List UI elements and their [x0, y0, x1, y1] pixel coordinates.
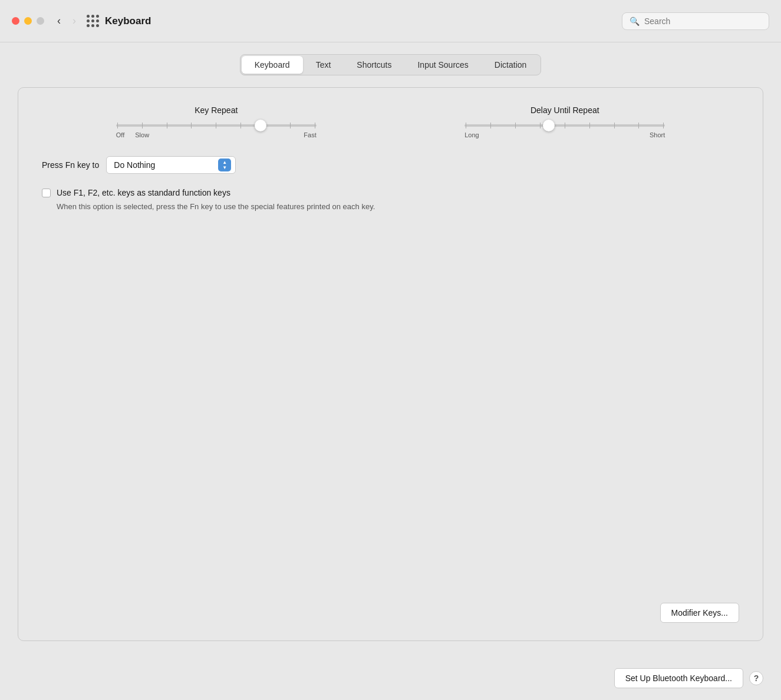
tab-dictation[interactable]: Dictation [482, 56, 539, 74]
back-button[interactable]: ‹ [54, 14, 64, 28]
close-button[interactable] [12, 17, 19, 25]
search-box[interactable]: 🔍 [622, 12, 769, 30]
key-repeat-ticks [116, 123, 317, 128]
tick [191, 123, 192, 128]
fn-key-label: Press Fn key to [42, 160, 99, 170]
tick [290, 123, 291, 128]
tab-input-sources[interactable]: Input Sources [404, 56, 481, 74]
titlebar: ‹ › Keyboard 🔍 [0, 0, 781, 42]
tab-shortcuts[interactable]: Shortcuts [344, 56, 404, 74]
forward-button[interactable]: › [69, 14, 80, 28]
help-button[interactable]: ? [749, 671, 763, 685]
function-keys-row: Use F1, F2, etc. keys as standard functi… [42, 188, 739, 197]
delay-repeat-slider-container[interactable] [464, 124, 665, 127]
window-title: Keyboard [105, 15, 151, 27]
tab-text[interactable]: Text [303, 56, 344, 74]
fn-key-select[interactable]: Do Nothing Show Emoji & Symbols Change I… [106, 156, 236, 174]
function-keys-label: Use F1, F2, etc. keys as standard functi… [57, 188, 230, 197]
window-controls [12, 17, 44, 25]
nav-buttons: ‹ › [54, 14, 80, 28]
modifier-keys-button[interactable]: Modifier Keys... [660, 603, 739, 623]
tick [614, 123, 615, 128]
search-icon: 🔍 [630, 16, 640, 26]
maximize-button[interactable] [37, 17, 44, 25]
key-repeat-label: Key Repeat [195, 105, 238, 115]
key-repeat-thumb[interactable] [255, 120, 266, 131]
tick [565, 123, 565, 128]
tab-keyboard[interactable]: Keyboard [242, 56, 303, 74]
sliders-row: Key Repeat [42, 105, 739, 138]
tick [167, 123, 167, 128]
delay-repeat-track [464, 124, 665, 127]
keyboard-panel: Key Repeat [18, 87, 763, 641]
tick [240, 123, 241, 128]
main-content: Keyboard Text Shortcuts Input Sources Di… [0, 42, 781, 659]
tab-bar: Keyboard Text Shortcuts Input Sources Di… [18, 54, 763, 75]
minimize-button[interactable] [24, 17, 32, 25]
tick [638, 123, 639, 128]
tick [589, 123, 590, 128]
delay-repeat-thumb[interactable] [543, 120, 555, 131]
tick [117, 123, 118, 128]
function-keys-description: When this option is selected, press the … [57, 201, 739, 213]
tick [216, 123, 216, 128]
fn-key-row: Press Fn key to Do Nothing Show Emoji & … [42, 156, 739, 174]
function-keys-checkbox[interactable] [42, 189, 51, 197]
grid-icon[interactable] [87, 15, 99, 27]
delay-repeat-label: Delay Until Repeat [530, 105, 599, 115]
tick [515, 123, 516, 128]
modifier-keys-row: Modifier Keys... [42, 591, 739, 623]
tick [315, 123, 315, 128]
tick [466, 123, 466, 128]
footer-row: Set Up Bluetooth Keyboard... ? [0, 659, 781, 700]
function-keys-section: Use F1, F2, etc. keys as standard functi… [42, 188, 739, 213]
key-repeat-track [116, 124, 317, 127]
key-repeat-slider-container[interactable] [116, 124, 317, 127]
tick [142, 123, 143, 128]
delay-long-label: Long [464, 131, 479, 138]
bluetooth-keyboard-button[interactable]: Set Up Bluetooth Keyboard... [614, 668, 743, 688]
delay-repeat-ticks [464, 123, 665, 128]
delay-repeat-labels: Long Short [464, 131, 665, 138]
fn-select-wrapper: Do Nothing Show Emoji & Symbols Change I… [106, 156, 236, 174]
tick [540, 123, 541, 128]
tick [490, 123, 491, 128]
key-repeat-fast-label: Fast [304, 131, 316, 138]
delay-short-label: Short [650, 131, 665, 138]
key-repeat-off-label: Off [116, 131, 124, 138]
tick [663, 123, 664, 128]
key-repeat-group: Key Repeat [42, 105, 391, 138]
key-repeat-labels: Off Slow Fast [116, 131, 317, 138]
tabs-container: Keyboard Text Shortcuts Input Sources Di… [240, 54, 542, 75]
search-input[interactable] [644, 16, 762, 26]
key-repeat-slow-label: Slow [135, 131, 149, 138]
delay-repeat-group: Delay Until Repeat [391, 105, 740, 138]
